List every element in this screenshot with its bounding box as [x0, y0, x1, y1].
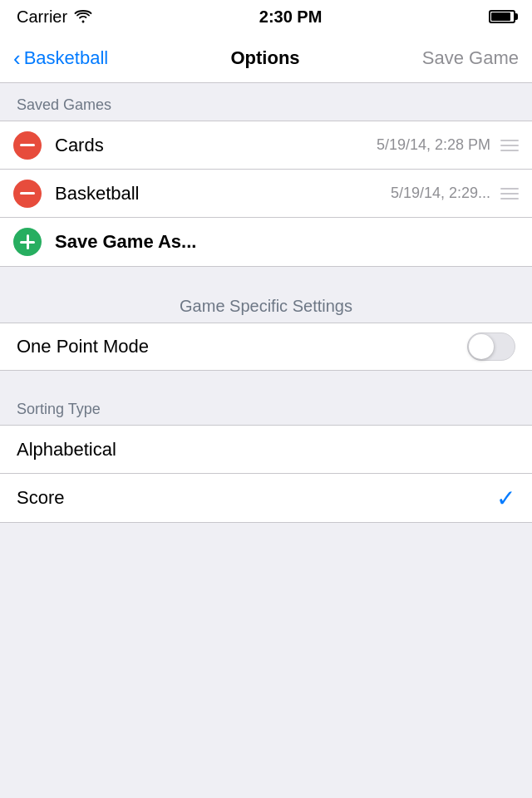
- one-point-mode-row: One Point Mode: [0, 323, 532, 371]
- spacer: [0, 267, 532, 283]
- sort-alphabetical-item[interactable]: Alphabetical: [0, 426, 532, 474]
- add-button[interactable]: [13, 228, 42, 256]
- delete-cards-button[interactable]: [13, 131, 42, 160]
- carrier-text: Carrier: [17, 7, 92, 27]
- saved-games-list: Cards 5/19/14, 2:28 PM Basketball 5/19/1…: [0, 121, 532, 267]
- toggle-knob: [469, 334, 494, 359]
- checkmark-icon: ✓: [496, 485, 515, 512]
- wifi-icon: [74, 10, 92, 23]
- game-name: Cards: [55, 135, 377, 156]
- game-name: Basketball: [55, 183, 391, 204]
- save-game-as-item[interactable]: Save Game As...: [0, 218, 532, 266]
- back-button[interactable]: ‹ Basketball: [13, 47, 108, 69]
- saved-games-header: Saved Games: [0, 83, 532, 121]
- page-title: Options: [230, 47, 299, 69]
- nav-bar: ‹ Basketball Options Save Game: [0, 33, 532, 83]
- spacer: [0, 371, 532, 387]
- sort-alphabetical-label: Alphabetical: [17, 439, 116, 461]
- back-label: Basketball: [24, 47, 109, 69]
- minus-icon: [20, 144, 35, 146]
- one-point-mode-label: One Point Mode: [17, 336, 149, 357]
- reorder-icon[interactable]: [500, 188, 519, 200]
- status-bar: Carrier 2:30 PM: [0, 0, 532, 33]
- sorting-type-header: Sorting Type: [0, 387, 532, 425]
- game-settings-header: Game Specific Settings: [0, 283, 532, 323]
- sorting-type-list: Alphabetical Score ✓: [0, 425, 532, 523]
- delete-basketball-button[interactable]: [13, 180, 42, 208]
- battery-indicator: [489, 10, 515, 23]
- save-game-as-label: Save Game As...: [55, 231, 196, 253]
- sort-score-item[interactable]: Score ✓: [0, 474, 532, 522]
- plus-icon: [27, 234, 29, 249]
- sort-score-label: Score: [17, 487, 64, 509]
- reorder-icon[interactable]: [500, 140, 519, 151]
- chevron-left-icon: ‹: [13, 47, 21, 69]
- game-date: 5/19/14, 2:29...: [391, 185, 490, 202]
- status-time: 2:30 PM: [259, 7, 323, 27]
- save-game-button[interactable]: Save Game: [422, 47, 519, 69]
- one-point-mode-toggle[interactable]: [467, 332, 515, 361]
- list-item[interactable]: Basketball 5/19/14, 2:29...: [0, 170, 532, 218]
- game-date: 5/19/14, 2:28 PM: [377, 136, 490, 154]
- minus-icon: [20, 192, 35, 195]
- list-item[interactable]: Cards 5/19/14, 2:28 PM: [0, 121, 532, 170]
